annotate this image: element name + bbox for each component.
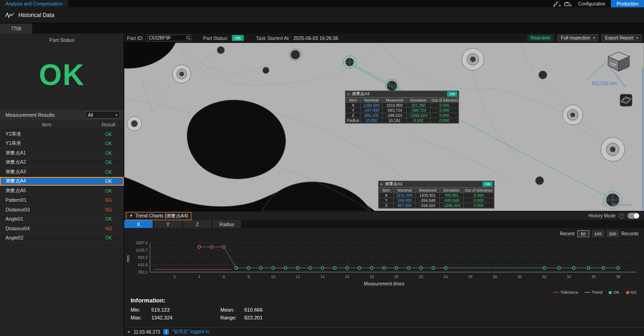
info-min-value: 519.123 xyxy=(151,307,220,313)
svg-text:36: 36 xyxy=(592,274,596,279)
svg-text:4: 4 xyxy=(198,274,201,279)
table-row[interactable]: Y1基准OK xyxy=(0,139,124,149)
table-row[interactable]: Angle01OK xyxy=(0,215,124,224)
toolbox-icon[interactable] xyxy=(562,0,573,7)
trend-charts-toggle[interactable]: ▼ Trend Charts (测量点A4) xyxy=(126,212,191,220)
tooltip-cell: Y xyxy=(379,198,394,203)
svg-text:28: 28 xyxy=(493,274,497,279)
tooltip-table: ItemNominalMeasuredDeviationOut of toler… xyxy=(345,97,459,123)
recent-50-button[interactable]: 50 xyxy=(577,230,589,237)
tooltip-cell: 1131.000 xyxy=(394,193,416,198)
tooltip-header: ◎ 测量点A3 OK xyxy=(345,91,459,97)
tooltip-cell: 0.000 xyxy=(431,113,459,118)
svg-text:10: 10 xyxy=(271,274,276,279)
svg-text:1507.2: 1507.2 xyxy=(136,240,148,245)
tooltip-cell: 967.000 xyxy=(394,203,416,208)
trend-chart-svg: 353.1641.6930.21218.71507.22468101214161… xyxy=(131,239,640,281)
table-row[interactable]: Distance03NG xyxy=(0,205,124,215)
row-result-value: OK xyxy=(93,159,124,165)
row-item-label: 测量点A1 xyxy=(0,150,93,156)
help-icon[interactable]: ? xyxy=(619,213,624,219)
tooltip-row: Z996.100-296.524-1292.6240.000 xyxy=(346,113,459,118)
part-tab-row: 7708 xyxy=(0,23,644,34)
search-icon[interactable] xyxy=(186,35,191,40)
rotate-view-icon[interactable] xyxy=(620,94,632,106)
main-area: Part ID: Part Status: OK Task Started At… xyxy=(124,34,644,336)
row-item-label: Y2基准 xyxy=(0,131,93,137)
result-filter-select[interactable]: All ▾ xyxy=(85,111,120,119)
table-row[interactable]: 测量点A1OK xyxy=(0,148,124,158)
table-row[interactable]: Angle02OK xyxy=(0,233,124,243)
tooltip-row: Z967.000-319.424-1286.4240.000 xyxy=(379,203,494,208)
part-id-input[interactable] xyxy=(148,35,186,40)
info-max-value: 1342.324 xyxy=(151,315,220,320)
app-root: Analysis and Compensation Configuration … xyxy=(0,0,644,336)
tooltip-cell: X xyxy=(346,103,361,108)
trend-charts-title: Trend Charts (测量点A4) xyxy=(135,213,188,219)
full-inspection-select[interactable]: Full inspection ▾ xyxy=(558,34,598,41)
row-item-label: 测量点A5 xyxy=(0,188,93,194)
table-row[interactable]: 测量点A5OK xyxy=(0,186,124,196)
3d-viewport[interactable]: TOP 652.016 mm operations xyxy=(124,43,644,211)
row-result-value: NG xyxy=(93,197,124,203)
table-row[interactable]: 测量点A4OK xyxy=(0,177,124,187)
tab-axis-x[interactable]: X xyxy=(124,220,153,228)
collapse-arrow-icon: ▼ xyxy=(129,214,133,218)
tab-axis-z[interactable]: Z xyxy=(183,220,212,228)
robot-arm-icon[interactable] xyxy=(551,0,562,7)
tooltip-table: ItemNominalMeasuredDeviationOut of toler… xyxy=(379,188,494,208)
tooltip-cell: -643.548 xyxy=(440,198,464,203)
status-dot xyxy=(559,5,561,6)
records-label: Records xyxy=(621,231,638,236)
tab-part-7708[interactable]: 7708 xyxy=(0,23,32,34)
status-bar: ▶ 11:03:48.373 i "管理员" logged in. xyxy=(124,327,644,336)
trend-chart: mm 353.1641.6930.21218.71507.22468101214… xyxy=(124,239,644,281)
column-header-item: Item xyxy=(0,122,93,127)
expand-log-icon[interactable]: ▶ xyxy=(128,330,130,334)
tab-axis-radius[interactable]: Radius xyxy=(213,220,241,228)
export-report-button[interactable]: Export Report ▾ xyxy=(602,34,641,41)
recent-label: Recent xyxy=(560,231,575,236)
information-section: Information: Min: 519.123 Mean: 610.666 … xyxy=(124,295,644,320)
chevron-down-icon: ▾ xyxy=(636,36,638,40)
content: Part Status OK Measurement Results All ▾… xyxy=(0,34,644,336)
row-item-label: 测量点A2 xyxy=(0,159,93,165)
svg-text:30: 30 xyxy=(518,274,522,279)
trend-panel: Recent 50100200 Records mm 353.1641.6930… xyxy=(124,228,644,327)
configuration-button[interactable]: Configuration xyxy=(573,0,611,7)
measure-tooltip-a1: ◎ 测量点A1 OK ItemNominalMeasuredDeviationO… xyxy=(378,181,494,209)
row-item-label: 测量点A4 xyxy=(0,178,93,184)
table-row[interactable]: 测量点A3OK xyxy=(0,167,124,177)
tooltip-col-header: Out of tolerance xyxy=(464,188,494,193)
viewport-toolbar: Part ID: Part Status: OK Task Started At… xyxy=(124,34,644,43)
log-message: "管理员" logged in. xyxy=(172,329,210,335)
svg-text:8: 8 xyxy=(247,274,250,279)
tooltip-cell: Z xyxy=(346,113,361,118)
full-inspection-label: Full inspection xyxy=(561,35,590,40)
realtime-chip[interactable]: Real-time xyxy=(527,34,554,41)
measure-distance-label: 652.016 mm xyxy=(592,81,617,86)
table-row[interactable]: Distance04NG xyxy=(0,224,124,233)
history-mode-toggle[interactable] xyxy=(627,213,639,219)
status-dot xyxy=(570,5,572,6)
row-result-value: OK xyxy=(93,216,124,222)
table-row[interactable]: Pattern01NG xyxy=(0,196,124,205)
part-status-label: Part Status xyxy=(0,34,124,45)
table-row[interactable]: Y2基准OK xyxy=(0,130,124,139)
x-axis-label: Measurement times xyxy=(124,281,644,288)
info-min-label: Min: xyxy=(131,307,151,313)
table-row[interactable]: 测量点A2OK xyxy=(0,158,124,168)
tooltip-col-header: Nominal xyxy=(394,188,416,193)
tab-axis-y[interactable]: Y xyxy=(154,220,182,228)
tooltip-cell: -394.548 xyxy=(416,198,440,203)
log-timestamp: 11:03:48.373 xyxy=(133,330,160,335)
nav-cube-corner-dot xyxy=(628,56,630,57)
tab-analysis-and-compensation[interactable]: Analysis and Compensation xyxy=(0,0,68,7)
tooltip-cell: Z xyxy=(379,203,394,208)
info-mean-label: Mean: xyxy=(220,307,244,313)
measurement-results-label: Measurement Results xyxy=(6,112,55,118)
production-button[interactable]: Production xyxy=(611,0,644,7)
recent-200-button[interactable]: 200 xyxy=(607,230,619,237)
recent-100-button[interactable]: 100 xyxy=(592,230,604,237)
svg-text:32: 32 xyxy=(542,274,546,279)
